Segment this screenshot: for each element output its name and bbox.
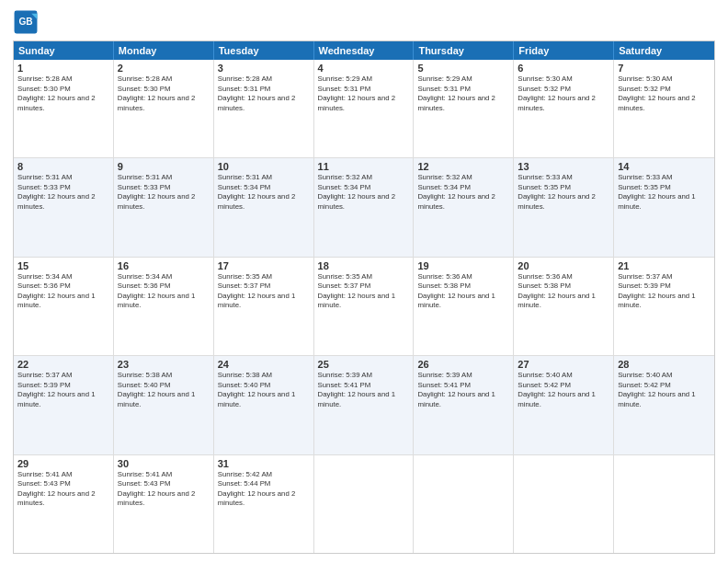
calendar-cell: 27 Sunrise: 5:40 AM Sunset: 5:42 PM Dayl…	[514, 356, 614, 454]
day-number: 22	[17, 359, 109, 370]
day-detail: Sunrise: 5:37 AM Sunset: 5:39 PM Dayligh…	[618, 272, 711, 311]
day-number: 18	[318, 260, 410, 271]
header-day-thursday: Thursday	[414, 41, 514, 60]
day-number: 29	[17, 458, 109, 469]
day-number: 23	[118, 359, 210, 370]
day-detail: Sunrise: 5:31 AM Sunset: 5:34 PM Dayligh…	[218, 173, 310, 212]
day-detail: Sunrise: 5:39 AM Sunset: 5:41 PM Dayligh…	[318, 371, 410, 409]
day-detail: Sunrise: 5:31 AM Sunset: 5:33 PM Dayligh…	[17, 173, 109, 212]
day-number: 2	[118, 63, 210, 74]
header: GB	[13, 9, 715, 35]
header-day-friday: Friday	[514, 41, 614, 60]
day-detail: Sunrise: 5:41 AM Sunset: 5:43 PM Dayligh…	[118, 470, 210, 509]
calendar-cell: 23 Sunrise: 5:38 AM Sunset: 5:40 PM Dayl…	[114, 356, 214, 454]
day-detail: Sunrise: 5:36 AM Sunset: 5:38 PM Dayligh…	[417, 272, 509, 311]
day-detail: Sunrise: 5:28 AM Sunset: 5:30 PM Dayligh…	[118, 75, 210, 113]
day-detail: Sunrise: 5:33 AM Sunset: 5:35 PM Dayligh…	[518, 173, 609, 212]
calendar-cell: 6 Sunrise: 5:30 AM Sunset: 5:32 PM Dayli…	[514, 60, 614, 157]
day-detail: Sunrise: 5:39 AM Sunset: 5:41 PM Dayligh…	[417, 371, 509, 409]
day-number: 16	[118, 260, 210, 271]
day-number: 14	[618, 161, 711, 172]
calendar-cell: 7 Sunrise: 5:30 AM Sunset: 5:32 PM Dayli…	[614, 60, 714, 157]
calendar-cell: 12 Sunrise: 5:32 AM Sunset: 5:34 PM Dayl…	[414, 158, 514, 256]
day-detail: Sunrise: 5:28 AM Sunset: 5:30 PM Dayligh…	[17, 75, 109, 113]
day-number: 11	[318, 161, 410, 172]
calendar-cell: 22 Sunrise: 5:37 AM Sunset: 5:39 PM Dayl…	[14, 356, 114, 454]
calendar-cell: 31 Sunrise: 5:42 AM Sunset: 5:44 PM Dayl…	[214, 455, 314, 553]
calendar-cell: 13 Sunrise: 5:33 AM Sunset: 5:35 PM Dayl…	[514, 158, 614, 256]
day-detail: Sunrise: 5:34 AM Sunset: 5:36 PM Dayligh…	[17, 272, 109, 311]
calendar-header: SundayMondayTuesdayWednesdayThursdayFrid…	[14, 41, 714, 60]
calendar-cell: 10 Sunrise: 5:31 AM Sunset: 5:34 PM Dayl…	[214, 158, 314, 256]
day-number: 13	[518, 161, 609, 172]
day-detail: Sunrise: 5:32 AM Sunset: 5:34 PM Dayligh…	[318, 173, 410, 212]
header-day-sunday: Sunday	[14, 41, 114, 60]
calendar-cell: 3 Sunrise: 5:28 AM Sunset: 5:31 PM Dayli…	[214, 60, 314, 157]
calendar-cell: 18 Sunrise: 5:35 AM Sunset: 5:37 PM Dayl…	[314, 258, 415, 355]
day-detail: Sunrise: 5:33 AM Sunset: 5:35 PM Dayligh…	[618, 173, 711, 212]
calendar-cell: 16 Sunrise: 5:34 AM Sunset: 5:36 PM Dayl…	[114, 258, 214, 355]
day-number: 19	[417, 260, 509, 271]
header-day-tuesday: Tuesday	[214, 41, 314, 60]
logo-icon: GB	[13, 9, 39, 35]
day-detail: Sunrise: 5:28 AM Sunset: 5:31 PM Dayligh…	[218, 75, 310, 113]
day-number: 24	[218, 359, 310, 370]
day-number: 27	[518, 359, 609, 370]
day-number: 6	[518, 63, 609, 74]
calendar-cell: 11 Sunrise: 5:32 AM Sunset: 5:34 PM Dayl…	[314, 158, 415, 256]
calendar-cell: 1 Sunrise: 5:28 AM Sunset: 5:30 PM Dayli…	[14, 60, 114, 157]
calendar-cell	[614, 455, 714, 553]
day-detail: Sunrise: 5:35 AM Sunset: 5:37 PM Dayligh…	[218, 272, 310, 311]
day-number: 1	[17, 63, 109, 74]
day-detail: Sunrise: 5:40 AM Sunset: 5:42 PM Dayligh…	[518, 371, 609, 409]
day-number: 25	[318, 359, 410, 370]
calendar-cell: 30 Sunrise: 5:41 AM Sunset: 5:43 PM Dayl…	[114, 455, 214, 553]
day-number: 8	[17, 161, 109, 172]
day-number: 12	[417, 161, 509, 172]
day-detail: Sunrise: 5:38 AM Sunset: 5:40 PM Dayligh…	[118, 371, 210, 409]
day-number: 20	[518, 260, 609, 271]
day-number: 28	[618, 359, 711, 370]
day-number: 10	[218, 161, 310, 172]
day-detail: Sunrise: 5:42 AM Sunset: 5:44 PM Dayligh…	[218, 470, 310, 509]
calendar-cell: 21 Sunrise: 5:37 AM Sunset: 5:39 PM Dayl…	[614, 258, 714, 355]
day-detail: Sunrise: 5:40 AM Sunset: 5:42 PM Dayligh…	[618, 371, 711, 409]
calendar-cell: 4 Sunrise: 5:29 AM Sunset: 5:31 PM Dayli…	[314, 60, 415, 157]
day-number: 7	[618, 63, 711, 74]
calendar-cell: 24 Sunrise: 5:38 AM Sunset: 5:40 PM Dayl…	[214, 356, 314, 454]
day-number: 31	[218, 458, 310, 469]
day-detail: Sunrise: 5:29 AM Sunset: 5:31 PM Dayligh…	[417, 75, 509, 113]
day-detail: Sunrise: 5:30 AM Sunset: 5:32 PM Dayligh…	[518, 75, 609, 113]
calendar-cell: 2 Sunrise: 5:28 AM Sunset: 5:30 PM Dayli…	[114, 60, 214, 157]
day-number: 5	[417, 63, 509, 74]
calendar-row-5: 29 Sunrise: 5:41 AM Sunset: 5:43 PM Dayl…	[14, 455, 714, 553]
header-day-wednesday: Wednesday	[314, 41, 415, 60]
calendar-cell: 28 Sunrise: 5:40 AM Sunset: 5:42 PM Dayl…	[614, 356, 714, 454]
calendar-row-2: 8 Sunrise: 5:31 AM Sunset: 5:33 PM Dayli…	[14, 158, 714, 257]
day-detail: Sunrise: 5:32 AM Sunset: 5:34 PM Dayligh…	[417, 173, 509, 212]
calendar-cell: 8 Sunrise: 5:31 AM Sunset: 5:33 PM Dayli…	[14, 158, 114, 256]
calendar-cell: 20 Sunrise: 5:36 AM Sunset: 5:38 PM Dayl…	[514, 258, 614, 355]
calendar-cell: 25 Sunrise: 5:39 AM Sunset: 5:41 PM Dayl…	[314, 356, 415, 454]
header-day-saturday: Saturday	[614, 41, 714, 60]
day-detail: Sunrise: 5:34 AM Sunset: 5:36 PM Dayligh…	[118, 272, 210, 311]
calendar-cell	[314, 455, 415, 553]
day-detail: Sunrise: 5:41 AM Sunset: 5:43 PM Dayligh…	[17, 470, 109, 509]
day-number: 9	[118, 161, 210, 172]
calendar-cell: 9 Sunrise: 5:31 AM Sunset: 5:33 PM Dayli…	[114, 158, 214, 256]
day-detail: Sunrise: 5:38 AM Sunset: 5:40 PM Dayligh…	[218, 371, 310, 409]
day-number: 17	[218, 260, 310, 271]
day-number: 30	[118, 458, 210, 469]
logo: GB	[13, 9, 42, 35]
day-number: 26	[417, 359, 509, 370]
calendar-cell	[414, 455, 514, 553]
day-detail: Sunrise: 5:31 AM Sunset: 5:33 PM Dayligh…	[118, 173, 210, 212]
header-day-monday: Monday	[114, 41, 214, 60]
calendar-row-1: 1 Sunrise: 5:28 AM Sunset: 5:30 PM Dayli…	[14, 60, 714, 158]
day-detail: Sunrise: 5:36 AM Sunset: 5:38 PM Dayligh…	[518, 272, 609, 311]
calendar-cell: 29 Sunrise: 5:41 AM Sunset: 5:43 PM Dayl…	[14, 455, 114, 553]
day-detail: Sunrise: 5:29 AM Sunset: 5:31 PM Dayligh…	[318, 75, 410, 113]
day-detail: Sunrise: 5:30 AM Sunset: 5:32 PM Dayligh…	[618, 75, 711, 113]
day-number: 15	[17, 260, 109, 271]
day-number: 21	[618, 260, 711, 271]
